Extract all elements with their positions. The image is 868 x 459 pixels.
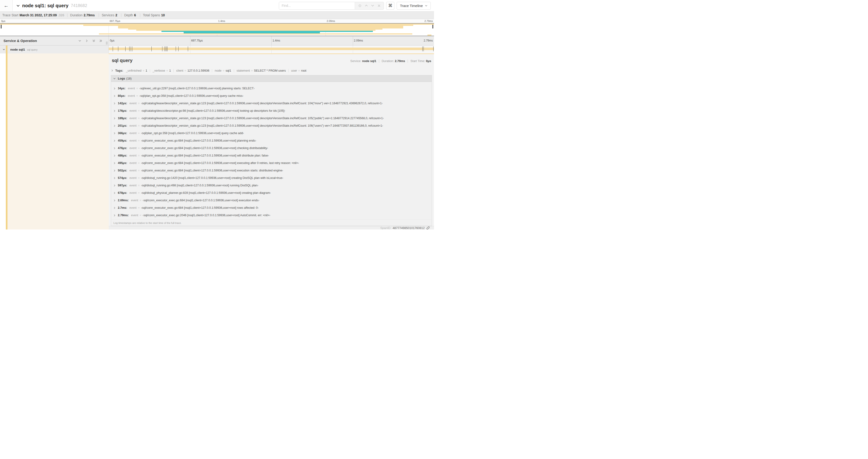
log-field-key: event: [129, 184, 137, 187]
log-timestamp: 366μs:: [118, 132, 127, 135]
log-row[interactable]: 459μs: event = ‹sql/conn_executor_exec.g…: [111, 137, 432, 144]
tag-key: user: [291, 69, 297, 72]
keyboard-shortcuts-button[interactable]: ⌘: [386, 2, 394, 9]
back-button[interactable]: ←: [0, 0, 12, 11]
tag-value: sql1: [226, 69, 231, 72]
log-row[interactable]: 2.7ms: event = ‹sql/conn_executor_exec.g…: [111, 204, 432, 211]
log-marker: [162, 46, 162, 51]
span-duration-bar[interactable]: [109, 47, 434, 50]
trace-summary-item: Services2: [102, 13, 118, 17]
logs-header[interactable]: Logs (18): [111, 75, 432, 82]
trace-summary-label: Duration: [70, 13, 83, 17]
log-message: sql/conn_executor_exec.go:684 [nsql1,cli…: [142, 139, 255, 142]
tags-row[interactable]: Tags: _unfinished=1 _verbose=1 client=12…: [109, 66, 434, 75]
tag-item[interactable]: client=127.0.0.1:59936: [176, 69, 209, 72]
log-field-key: event: [129, 154, 137, 157]
log-row[interactable]: 486μs: event = ‹sql/conn_executor_exec.g…: [111, 152, 432, 159]
log-row[interactable]: 2.69ms: event = ‹sql/conn_executor_exec.…: [111, 197, 432, 204]
tick-label: 2.79ms: [424, 39, 433, 42]
log-row[interactable]: 502μs: event = ‹sql/conn_executor_exec.g…: [111, 167, 432, 174]
logs-footnote: Log timestamps are relative to the start…: [111, 220, 432, 226]
chevron-right-icon: [113, 214, 116, 217]
log-row[interactable]: 142μs: event = ‹sql/catalog/lease/descri…: [111, 100, 432, 107]
gridline: [190, 36, 190, 45]
tag-item[interactable]: _unfinished=1: [126, 69, 147, 72]
close-quote: ›: [284, 109, 285, 112]
title-chevron-down-icon[interactable]: [16, 4, 20, 7]
tag-item[interactable]: node=sql1: [215, 69, 231, 72]
chevron-right-icon: [113, 184, 116, 187]
equals-sign: =: [138, 214, 143, 217]
expand-one-icon[interactable]: [85, 39, 88, 42]
log-row[interactable]: 201μs: event = ‹sql/catalog/lease/descri…: [111, 122, 432, 129]
log-row[interactable]: 366μs: event = ‹sql/plan_opt.go:358 [nsq…: [111, 129, 432, 137]
collapse-all-icon[interactable]: [92, 39, 95, 42]
span-labels: node sql1 sql query: [10, 48, 37, 51]
equals-sign: =: [135, 94, 139, 97]
span-service-name: node sql1: [10, 48, 25, 51]
equals-sign: =: [136, 161, 141, 165]
log-marker: [125, 46, 126, 51]
log-row[interactable]: 574μs: event = ‹sql/distsql_running.go:1…: [111, 174, 432, 182]
equals-sign: =: [136, 132, 141, 135]
log-row[interactable]: 476μs: event = ‹sql/conn_executor_exec.g…: [111, 144, 432, 152]
detail-right-column: sql query Service: node sql1 Duration: 2…: [109, 54, 434, 230]
log-timestamp: 2.7ms:: [118, 206, 127, 209]
log-timestamp: 597μs:: [118, 184, 127, 187]
collapse-controls: [78, 39, 108, 42]
span-detail-area: sql query Service: node sql1 Duration: 2…: [0, 54, 434, 230]
deep-link-icon[interactable]: [426, 226, 430, 230]
log-marker: [188, 46, 188, 51]
detail-overview: Service: node sql1 Duration: 2.79ms Star…: [350, 59, 431, 63]
trace-summary-item: Trace StartMarch 31 2022, 17:25:09.326: [2, 13, 64, 17]
chevron-right-icon: [113, 95, 116, 97]
tag-item[interactable]: statement=SELECT * FROM users: [237, 69, 286, 72]
next-match-icon[interactable]: [371, 4, 374, 7]
span-collapse-chevron-icon[interactable]: [3, 48, 5, 51]
clear-find-icon[interactable]: [377, 4, 380, 7]
log-field-value: ‹sql/conn_executor_exec.go:2046 [nsql1,c…: [143, 214, 270, 217]
close-quote: ›: [255, 139, 256, 142]
find-input[interactable]: [279, 2, 355, 9]
match-target-icon[interactable]: [358, 4, 362, 7]
log-row[interactable]: 678μs: event = ‹sql/distsql_physical_pla…: [111, 189, 432, 197]
trace-summary-item: Depth6: [124, 13, 137, 17]
log-timestamp: 201μs:: [118, 124, 127, 127]
minimap-canvas[interactable]: [0, 23, 434, 36]
view-selector-label: Trace Timeline: [400, 4, 423, 8]
log-row[interactable]: 189μs: event = ‹sql/catalog/lease/descri…: [111, 114, 432, 122]
overview-label: Service:: [350, 59, 361, 63]
tag-item[interactable]: _verbose=1: [153, 69, 171, 72]
log-row[interactable]: 495μs: event = ‹sql/conn_executor_exec.g…: [111, 159, 432, 167]
page-title: node sql1: sql query: [22, 3, 68, 8]
tag-item[interactable]: user=root: [291, 69, 306, 72]
span-row: node sql1 sql query: [0, 45, 434, 54]
collapse-one-icon[interactable]: [78, 39, 82, 42]
span-name-cell[interactable]: node sql1 sql query: [0, 45, 109, 54]
overview-label: Duration:: [382, 59, 394, 63]
trace-summary-label: Depth: [124, 13, 133, 17]
log-row[interactable]: 597μs: event = ‹sql/distsql_running.go:4…: [111, 182, 432, 189]
overview-item: Start Time: 0μs: [410, 59, 431, 63]
gridline: [271, 36, 272, 45]
close-quote: ›: [258, 199, 259, 202]
column-resizer-grip[interactable]: [106, 41, 107, 44]
log-message: sql/catalog/descs/descriptor.go:98 [nsql…: [142, 109, 284, 112]
log-field-value: ‹sql/distsql_running.go:498 [nsql1,clien…: [141, 184, 258, 187]
log-field-value: ‹sql/conn_executor_exec.go:684 [nsql1,cl…: [141, 154, 269, 157]
log-row[interactable]: 2.79ms: event = ‹sql/conn_executor_exec.…: [111, 211, 432, 219]
chevron-right-icon: [113, 199, 116, 202]
prev-match-icon[interactable]: [365, 4, 368, 7]
log-row[interactable]: 176μs: event = ‹sql/catalog/descs/descri…: [111, 107, 432, 114]
span-bar-cell[interactable]: [109, 45, 434, 54]
expand-all-icon[interactable]: [99, 39, 102, 42]
log-field-key: event: [129, 146, 137, 150]
log-row[interactable]: 34μs: event = ‹sql/exec_util.go:2297 [ns…: [111, 85, 432, 92]
log-row[interactable]: 80μs: event = ‹sql/plan_opt.go:358 [nsql…: [111, 92, 432, 100]
equals-sign: =: [183, 69, 188, 72]
close-quote: ›: [257, 206, 258, 209]
view-selector-button[interactable]: Trace Timeline: [397, 2, 431, 9]
equals-sign: =: [297, 69, 301, 72]
trace-summary-value: 6: [134, 13, 136, 17]
close-quote: ›: [282, 176, 283, 179]
